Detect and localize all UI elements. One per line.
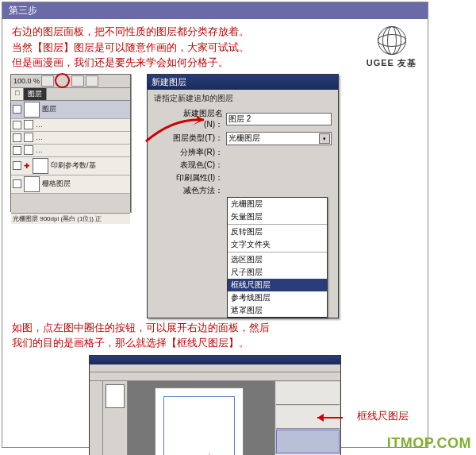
toolbar-button[interactable] [86, 75, 98, 87]
field-reduce: 减色方法： [148, 184, 338, 197]
field-color: 表现色(C)： [148, 159, 338, 172]
tool-sidebar [90, 381, 103, 456]
layer-name: 栅格图层 [42, 179, 129, 189]
layer-name-input[interactable] [226, 113, 332, 125]
panel-block[interactable] [276, 382, 340, 405]
label: 印刷属性(I)： [171, 172, 223, 183]
dropdown-value: 光栅图层 [228, 133, 260, 142]
option-mask[interactable]: 遮罩图层 [228, 304, 327, 317]
step-header: 第三步 [2, 2, 428, 19]
callout-frame-layer: 框线尺图层 [357, 409, 409, 423]
layer-row[interactable]: … [11, 145, 130, 157]
zoom-value: 100.0 % [13, 77, 40, 85]
middle-line: 如图，点左图中圈住的按钮，可以展开右边的面板，然后 [12, 320, 420, 336]
label: 分辨率(R)： [171, 147, 223, 158]
layer-icon [24, 102, 40, 118]
label: 减色方法： [171, 185, 223, 196]
toolbar-button[interactable] [41, 75, 54, 87]
page-thumb[interactable] [106, 384, 125, 408]
label: 表现色(C)： [171, 160, 223, 171]
panel-spacer [11, 194, 130, 214]
page-nav [103, 381, 128, 456]
blue-frame-guide [163, 396, 235, 456]
intro-line: 右边的图层面板，把不同性质的图层都分类存放着。 [12, 24, 329, 40]
visibility-checkbox[interactable] [13, 105, 21, 114]
toolbar-button[interactable] [71, 75, 84, 87]
layer-row[interactable]: … [11, 119, 130, 132]
option-reverse[interactable]: 反转图层 [228, 226, 327, 238]
layer-name: 印刷参考数/基 [51, 160, 129, 171]
field-resolution: 分辨率(R)： [148, 146, 338, 159]
tab-layers[interactable]: 图层 [24, 88, 47, 100]
app-menubar [90, 364, 340, 372]
option-guide[interactable]: 参考线图层 [228, 291, 327, 304]
option-frame-ruler[interactable]: 框线尺图层 [228, 279, 327, 291]
chevron-down-icon[interactable]: ▾ [319, 133, 330, 144]
option-selection[interactable]: 选区图层 [228, 253, 327, 266]
brand-logo: UGEE 友基 [367, 26, 416, 69]
layer-type-options: 光栅图层 矢量图层 反转图层 文字文件夹 选区图层 尺子图层 框线尺图层 参考线… [227, 197, 328, 318]
layer-name: 图层 [42, 104, 129, 114]
panel-tabs: □ 图层 [11, 88, 130, 101]
intro-text: 右边的图层面板，把不同性质的图层都分类存放着。 当然【图层】图层是可以随意作画的… [2, 19, 337, 72]
circled-button-highlight[interactable] [55, 73, 70, 88]
middle-line: 我们的目的是画格子，那么就选择【框线尺图层】。 [12, 335, 420, 351]
screenshot-row-1: 100.0 % □ 图层 图层 … … … ✚ 印刷参考数/基 [2, 72, 428, 318]
app-screenshot [89, 355, 341, 456]
globe-icon [378, 26, 405, 53]
layer-row-grid[interactable]: 栅格图层 [11, 175, 130, 194]
red-arrow-icon [142, 114, 213, 145]
layer-row[interactable]: 图层 [11, 101, 130, 119]
layer-row[interactable]: … [11, 132, 130, 145]
field-print: 印刷属性(I)： [148, 172, 338, 184]
app-titlebar [90, 356, 340, 364]
tab[interactable]: □ [11, 88, 24, 100]
layer-type-dropdown[interactable]: 光栅图层 ▾ [226, 132, 332, 145]
intro-line: 当然【图层】图层是可以随意作画的，大家可试试。 [12, 40, 329, 56]
panel-block-frame-layer[interactable] [276, 430, 340, 453]
intro-line: 但是画漫画，我们还是要先来学会如何分格子。 [12, 55, 329, 71]
red-arrow-icon [202, 449, 258, 456]
canvas-page[interactable] [155, 388, 244, 456]
layers-panel: 100.0 % □ 图层 图层 … … … ✚ 印刷参考数/基 [10, 74, 131, 212]
layer-row-print[interactable]: ✚ 印刷参考数/基 [11, 157, 130, 175]
tutorial-page: 第三步 UGEE 友基 右边的图层面板，把不同性质的图层都分类存放着。 当然【图… [2, 2, 428, 448]
option-vector[interactable]: 矢量图层 [228, 210, 327, 223]
new-layer-dialog: 新建图层 请指定新建追加的图层 新建图层名(N)： 图层类型(T)： 光栅图层 … [147, 74, 339, 318]
option-ruler[interactable]: 尺子图层 [228, 266, 327, 279]
dialog-title: 新建图层 [148, 75, 338, 90]
dialog-prompt: 请指定新建追加的图层 [148, 90, 338, 107]
panel-status: 光栅图层 900dpi (黑白 (1位)) 正 [11, 214, 130, 224]
watermark: ITMOP.COM [387, 435, 471, 452]
option-textfolder[interactable]: 文字文件夹 [228, 238, 327, 251]
option-raster[interactable]: 光栅图层 [228, 198, 327, 210]
middle-text: 如图，点左图中圈住的按钮，可以展开右边的面板，然后 我们的目的是画格子，那么就选… [2, 318, 428, 353]
brand-text: UGEE 友基 [367, 57, 416, 69]
app-toolbar [90, 372, 340, 381]
layers-toolbar: 100.0 % [11, 75, 130, 88]
red-arrow-icon [313, 412, 344, 423]
canvas-area [128, 381, 274, 456]
